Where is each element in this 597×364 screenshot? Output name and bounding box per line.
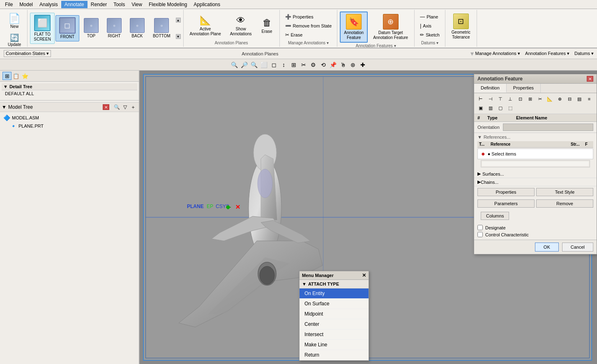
ann-features-strip[interactable]: Annotation Features ▾ (525, 51, 569, 56)
viewport[interactable]: PLANE EP CSYS Annotation Feature ✕ (140, 71, 597, 364)
menu-render[interactable]: Render (88, 1, 110, 8)
text-style-button[interactable]: Text Style (536, 188, 593, 196)
menu-view[interactable]: View (128, 1, 145, 8)
ctx-item-midpoint[interactable]: Midpoint (300, 309, 369, 319)
properties-button[interactable]: Properties (477, 188, 535, 196)
parameters-button[interactable]: Parameters (477, 199, 535, 208)
front-button[interactable]: ◻ FRONT (55, 15, 79, 41)
zoom-out-button[interactable]: 🔍 (249, 60, 259, 69)
ref-select-items-row[interactable]: ● ● Select items (477, 149, 593, 159)
model-item-1[interactable]: 🔹 PLANE.PRT (2, 122, 137, 130)
detail-tree-item-0[interactable]: DEFAULT ALL (2, 90, 137, 97)
view-dropdown-down[interactable]: ▼ (176, 34, 181, 39)
dialog-tab-definition[interactable]: Definition (474, 84, 507, 93)
orientation-input[interactable] (503, 124, 593, 131)
model-tree-add[interactable]: ＋ (129, 103, 137, 111)
dlg-btn-10[interactable]: ⊟ (565, 95, 574, 103)
menu-applications[interactable]: Applications (190, 1, 224, 8)
tab-icon-2[interactable]: 📋 (12, 72, 21, 80)
ref-scrollbar[interactable] (481, 160, 590, 167)
ctx-item-make-line[interactable]: Make Line (300, 340, 369, 350)
model-tree-close[interactable]: ✕ (103, 104, 109, 110)
dlg-btn-7[interactable]: ✂ (535, 95, 544, 103)
dlg-btn-9[interactable]: ⊕ (555, 95, 564, 103)
menu-file[interactable]: File (2, 1, 16, 8)
chains-row[interactable]: ▶ Chains... (474, 178, 597, 186)
erase-small-button[interactable]: ✂ Erase (282, 31, 306, 39)
menu-tools[interactable]: Tools (110, 1, 128, 8)
dialog-tab-properties[interactable]: Properties (507, 84, 541, 93)
dlg-btn-8[interactable]: 📐 (545, 95, 554, 103)
manage-annotations-strip[interactable]: Manage Annotations ▾ (475, 51, 520, 56)
add-to-state-button[interactable]: ➕ Properties (282, 13, 316, 21)
right-button[interactable]: ▫ RIGHT (103, 16, 125, 41)
datum-target-button[interactable]: ⊕ Datum TargetAnnotation Feature (369, 12, 412, 42)
dlg-btn-1[interactable]: ⊢ (476, 95, 485, 103)
ctx-item-on-entity[interactable]: On Entity (300, 288, 369, 299)
view-extra1[interactable]: ⊛ (348, 60, 358, 69)
dlg-btn-2[interactable]: ⊣ (486, 95, 495, 103)
ctx-item-on-surface[interactable]: On Surface (300, 299, 369, 309)
view-dropdown-up[interactable]: ▲ (176, 18, 181, 23)
datums-strip[interactable]: Datums ▾ (574, 51, 594, 56)
back-button[interactable]: ▫ BACK (126, 16, 148, 41)
menu-model[interactable]: Model (16, 1, 36, 8)
update-button[interactable]: 🔄 Update (4, 32, 25, 49)
columns-button[interactable]: Columns (481, 212, 509, 220)
flat-to-screen-button[interactable]: ⬜ FLAT TOSCREEN (30, 13, 55, 44)
surfaces-row[interactable]: ▶ Surfaces... (474, 170, 597, 178)
ctx-item-center[interactable]: Center (300, 319, 369, 330)
view-mouse[interactable]: 🖱 (338, 60, 348, 69)
ctx-item-return[interactable]: Return (300, 350, 369, 360)
dlg-btn-5[interactable]: ⊡ (516, 95, 525, 103)
remove-button[interactable]: Remove (536, 199, 593, 208)
view-type-1[interactable]: ⬜ (259, 60, 269, 69)
show-annotations-button[interactable]: 👁 ShowAnnotations (226, 13, 256, 39)
view-cut[interactable]: ✂ (299, 60, 309, 69)
dlg-btn-6[interactable]: ⊞ (526, 95, 535, 103)
sketch-button[interactable]: ✏ Sketch (417, 31, 443, 39)
zoom-fit-button[interactable]: 🔍 (230, 60, 240, 69)
dropdown-arrow[interactable]: ▾ (470, 50, 474, 57)
zoom-in-button[interactable]: 🔎 (240, 60, 249, 69)
axis-button[interactable]: | Axis (417, 22, 434, 30)
dlg-btn-12[interactable]: ≡ (585, 95, 594, 103)
ctx-close-button[interactable]: ✕ (362, 272, 366, 278)
bottom-button[interactable]: ▫ BOTTOM (149, 16, 174, 41)
combination-states-button[interactable]: Combination States ▾ (4, 50, 51, 57)
menu-analysis[interactable]: Analysis (36, 1, 61, 8)
menu-annotate[interactable]: Annotate (61, 1, 88, 8)
model-item-0[interactable]: 🔷 MODEL.ASM (2, 114, 137, 122)
active-annotation-plane-button[interactable]: 📐 ActiveAnnotation Plane (186, 13, 225, 39)
view-rotate[interactable]: ⟲ (318, 60, 328, 69)
view-flip[interactable]: ↕ (279, 60, 289, 69)
plane-button[interactable]: — Plane (417, 13, 441, 21)
view-extra2[interactable]: ✚ (358, 60, 368, 69)
cancel-button[interactable]: Cancel (562, 243, 593, 252)
remove-from-state-button[interactable]: ➖ Remove from State (282, 22, 335, 30)
model-tree-search[interactable]: 🔍 (113, 103, 121, 111)
ctx-item-intersect[interactable]: Intersect (300, 330, 369, 340)
annotation-feature-button[interactable]: 🔖 AnnotationFeature (340, 11, 368, 43)
view-type-2[interactable]: ◻ (269, 60, 279, 69)
dlg-btn-13[interactable]: ▣ (476, 104, 485, 112)
dlg-btn-16[interactable]: ⬚ (506, 104, 515, 112)
dlg-btn-3[interactable]: ⊤ (496, 95, 505, 103)
view-settings[interactable]: ⚙ (309, 60, 318, 69)
dialog-close-button[interactable]: ✕ (587, 76, 593, 82)
model-tree-toggle[interactable]: ▼ (2, 104, 7, 110)
new-button[interactable]: 📄 New (5, 11, 24, 31)
erase-button[interactable]: 🗑 Erase (257, 16, 277, 36)
view-pin[interactable]: 📌 (328, 60, 338, 69)
dlg-btn-11[interactable]: ▤ (575, 95, 584, 103)
dlg-btn-15[interactable]: ▢ (496, 104, 505, 112)
ok-button[interactable]: OK (535, 243, 559, 252)
tab-icon-1[interactable]: ⊞ (2, 72, 12, 80)
model-tree-filter[interactable]: ▽ (121, 103, 129, 111)
dlg-btn-14[interactable]: ▥ (486, 104, 495, 112)
geometric-tolerance-button[interactable]: ⊡ GeometricTolerance (448, 11, 474, 42)
designate-checkbox[interactable] (477, 225, 483, 230)
references-header[interactable]: ▼ References... (477, 135, 593, 140)
view-grid[interactable]: ⊞ (289, 60, 299, 69)
menu-flexible-modeling[interactable]: Flexible Modeling (145, 1, 190, 8)
